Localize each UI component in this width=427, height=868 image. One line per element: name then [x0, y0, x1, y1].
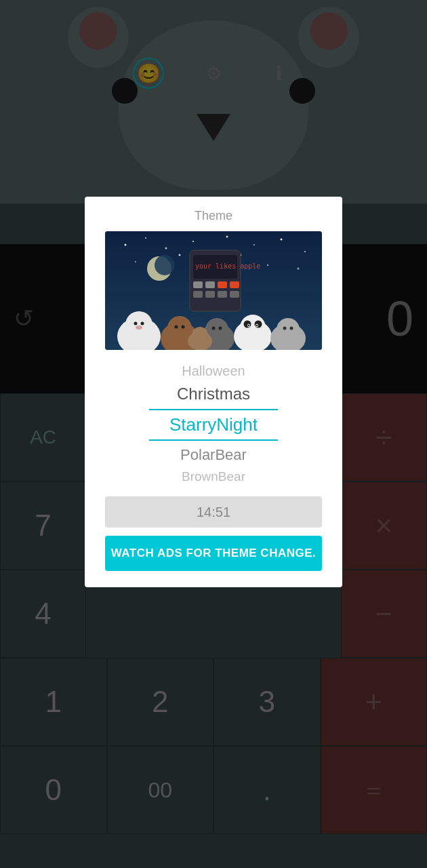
svg-rect-26	[218, 291, 227, 298]
svg-point-8	[304, 251, 306, 252]
svg-point-2	[145, 237, 146, 239]
svg-point-59	[283, 327, 287, 330]
theme-item-halloween[interactable]: Halloween	[85, 361, 342, 382]
svg-point-29	[125, 311, 152, 338]
svg-point-56	[277, 318, 300, 341]
svg-rect-21	[205, 281, 215, 288]
svg-point-32	[134, 322, 138, 326]
svg-rect-23	[230, 281, 239, 288]
svg-point-33	[141, 322, 144, 326]
svg-point-50	[255, 321, 262, 328]
svg-point-39	[175, 326, 178, 329]
svg-point-34	[136, 326, 142, 330]
theme-preview: your likes apple	[105, 231, 322, 350]
theme-item-brownbear[interactable]: BrownBear	[85, 467, 342, 487]
svg-rect-24	[193, 291, 203, 298]
svg-point-7	[281, 239, 283, 241]
modal-title: Theme	[85, 197, 342, 231]
svg-rect-20	[193, 281, 203, 288]
svg-point-10	[179, 254, 181, 256]
svg-point-9	[135, 261, 136, 262]
svg-point-49	[244, 321, 251, 328]
svg-point-54	[256, 325, 258, 326]
svg-point-1	[125, 244, 127, 246]
svg-point-16	[155, 255, 175, 275]
svg-point-6	[253, 244, 255, 245]
svg-point-53	[248, 325, 249, 326]
svg-rect-27	[230, 291, 239, 298]
svg-rect-25	[205, 291, 215, 298]
timer-bar: 14:51	[105, 496, 322, 528]
watch-ads-button[interactable]: WATCH ADS FOR THEME CHANGE.	[105, 536, 322, 571]
svg-point-14	[298, 268, 300, 270]
svg-point-48	[240, 315, 266, 340]
watch-ads-label: WATCH ADS FOR THEME CHANGE.	[111, 547, 317, 560]
svg-point-46	[219, 327, 222, 330]
theme-item-polarbear[interactable]: PolarBear	[85, 443, 342, 467]
svg-text:your likes apple: your likes apple	[195, 262, 260, 270]
theme-preview-svg: your likes apple	[105, 231, 322, 350]
theme-item-starrynight[interactable]: StarryNight	[149, 409, 278, 441]
theme-list: Halloween Christmas StarryNight PolarBea…	[85, 361, 342, 487]
svg-point-60	[290, 327, 293, 330]
svg-point-62	[192, 327, 208, 343]
svg-point-5	[226, 236, 228, 238]
svg-point-36	[167, 316, 192, 340]
svg-point-13	[267, 264, 268, 266]
svg-point-3	[165, 248, 167, 250]
theme-item-christmas[interactable]: Christmas	[85, 382, 342, 406]
svg-point-45	[212, 327, 216, 330]
svg-point-4	[192, 241, 194, 242]
svg-point-40	[182, 326, 185, 329]
timer-value: 14:51	[197, 505, 230, 520]
theme-modal: Theme	[85, 197, 342, 587]
svg-rect-22	[218, 281, 227, 288]
